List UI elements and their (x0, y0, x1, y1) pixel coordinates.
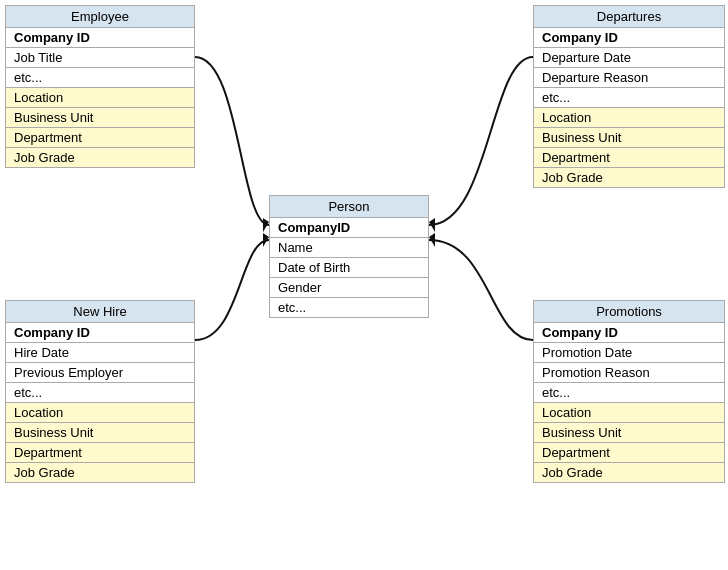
table-row: Business Unit (534, 128, 725, 148)
employee-company-id: Company ID (6, 28, 195, 48)
promotions-location: Location (534, 403, 725, 423)
table-row: Department (6, 128, 195, 148)
departures-departure-date: Departure Date (534, 48, 725, 68)
table-row: Business Unit (6, 423, 195, 443)
table-row: Location (6, 88, 195, 108)
table-row: etc... (534, 88, 725, 108)
svg-marker-3 (429, 233, 435, 247)
person-etc: etc... (270, 298, 429, 318)
employee-location: Location (6, 88, 195, 108)
promotions-department: Department (534, 443, 725, 463)
table-row: Company ID (6, 323, 195, 343)
table-row: Company ID (534, 28, 725, 48)
table-row: Gender (270, 278, 429, 298)
table-row: Department (534, 148, 725, 168)
promotions-etc: etc... (534, 383, 725, 403)
promotions-business-unit: Business Unit (534, 423, 725, 443)
table-row: Company ID (534, 323, 725, 343)
table-row: Job Grade (6, 148, 195, 168)
person-gender: Gender (270, 278, 429, 298)
table-row: Job Grade (534, 463, 725, 483)
departures-table: Departures Company ID Departure Date Dep… (533, 5, 725, 188)
table-row: Date of Birth (270, 258, 429, 278)
newhire-department: Department (6, 443, 195, 463)
table-row: Departure Reason (534, 68, 725, 88)
person-name: Name (270, 238, 429, 258)
departures-departure-reason: Departure Reason (534, 68, 725, 88)
table-row: Departure Date (534, 48, 725, 68)
table-row: etc... (6, 68, 195, 88)
table-row: Business Unit (6, 108, 195, 128)
table-row: Job Grade (534, 168, 725, 188)
table-row: Department (534, 443, 725, 463)
table-row: etc... (534, 383, 725, 403)
table-row: etc... (6, 383, 195, 403)
employee-department: Department (6, 128, 195, 148)
table-row: Location (534, 403, 725, 423)
employee-job-grade: Job Grade (6, 148, 195, 168)
employee-job-title: Job Title (6, 48, 195, 68)
promotions-title: Promotions (534, 301, 725, 323)
table-row: Business Unit (534, 423, 725, 443)
employee-table: Employee Company ID Job Title etc... Loc… (5, 5, 195, 168)
table-row: Promotion Date (534, 343, 725, 363)
newhire-business-unit: Business Unit (6, 423, 195, 443)
departures-business-unit: Business Unit (534, 128, 725, 148)
newhire-etc: etc... (6, 383, 195, 403)
newhire-hire-date: Hire Date (6, 343, 195, 363)
employee-title: Employee (6, 6, 195, 28)
table-row: Name (270, 238, 429, 258)
table-row: Promotion Reason (534, 363, 725, 383)
promotions-promotion-reason: Promotion Reason (534, 363, 725, 383)
newhire-table: New Hire Company ID Hire Date Previous E… (5, 300, 195, 483)
departures-department: Department (534, 148, 725, 168)
promotions-table: Promotions Company ID Promotion Date Pro… (533, 300, 725, 483)
person-table: Person CompanyID Name Date of Birth Gend… (269, 195, 429, 318)
table-row: Location (6, 403, 195, 423)
departures-company-id: Company ID (534, 28, 725, 48)
newhire-company-id: Company ID (6, 323, 195, 343)
person-dob: Date of Birth (270, 258, 429, 278)
newhire-location: Location (6, 403, 195, 423)
diagram-container: Employee Company ID Job Title etc... Loc… (0, 0, 728, 570)
promotions-promotion-date: Promotion Date (534, 343, 725, 363)
employee-etc: etc... (6, 68, 195, 88)
table-row: Previous Employer (6, 363, 195, 383)
employee-business-unit: Business Unit (6, 108, 195, 128)
newhire-job-grade: Job Grade (6, 463, 195, 483)
newhire-previous-employer: Previous Employer (6, 363, 195, 383)
table-row: Hire Date (6, 343, 195, 363)
person-company-id: CompanyID (270, 218, 429, 238)
table-row: etc... (270, 298, 429, 318)
svg-marker-1 (429, 218, 435, 232)
departures-title: Departures (534, 6, 725, 28)
departures-location: Location (534, 108, 725, 128)
departures-job-grade: Job Grade (534, 168, 725, 188)
table-row: Job Grade (6, 463, 195, 483)
table-row: Company ID (6, 28, 195, 48)
table-row: Location (534, 108, 725, 128)
newhire-title: New Hire (6, 301, 195, 323)
table-row: Department (6, 443, 195, 463)
promotions-company-id: Company ID (534, 323, 725, 343)
table-row: CompanyID (270, 218, 429, 238)
promotions-job-grade: Job Grade (534, 463, 725, 483)
table-row: Job Title (6, 48, 195, 68)
departures-etc: etc... (534, 88, 725, 108)
person-title: Person (270, 196, 429, 218)
